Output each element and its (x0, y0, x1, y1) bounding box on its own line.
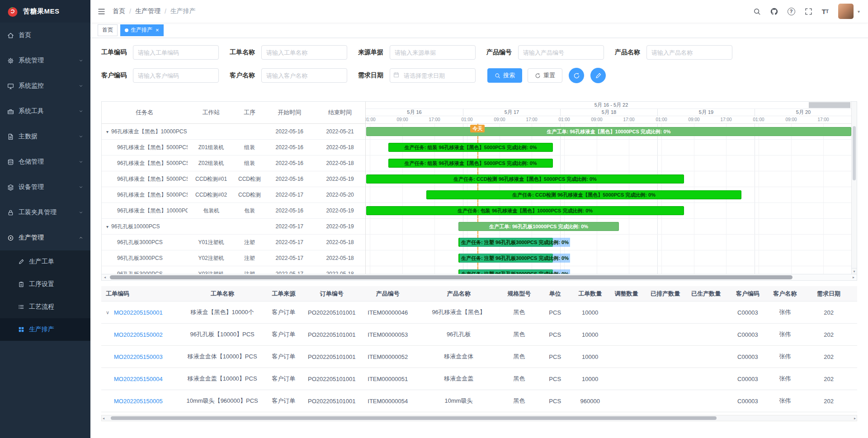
order-cell: ITEM00000051 (358, 376, 418, 382)
order-cell: 张伟 (769, 353, 800, 361)
customer-code-input[interactable] (133, 68, 219, 83)
gantt-task-row[interactable]: ▾96孔孔板10000PCS2022-05-172022-05-19 (102, 219, 365, 235)
scroll-right-arrow[interactable]: ▸ (850, 274, 857, 280)
gantt-bar-task[interactable]: 生产任务: 组装 96孔移液盒【黑色】5000PCS 完成比例: 0% (388, 159, 553, 168)
chevron-down-icon (79, 84, 83, 88)
sidebar-item-3[interactable]: 系统工具 (0, 99, 90, 124)
product-code-input[interactable] (518, 45, 604, 60)
order-cell: 客户订单 (262, 308, 306, 316)
sidebar-item-0[interactable]: 首页 (0, 23, 90, 48)
sidebar-subitem-craft-flow[interactable]: 工艺流程 (0, 296, 90, 318)
tab-close-icon[interactable]: × (156, 27, 159, 33)
scroll-left-arrow[interactable]: ◂ (103, 415, 104, 421)
edit-button[interactable] (590, 68, 606, 83)
work-order-name-input[interactable] (261, 45, 347, 60)
orders-horizontal-scrollbar[interactable]: ◂ ▸ (101, 415, 857, 421)
gantt-task-row[interactable]: 96孔移液盒【黑色】10000PCS包装机包装2022-05-162022-05… (102, 203, 365, 219)
gantt-vertical-scrollbar[interactable]: ▾ (851, 102, 857, 274)
gantt-bar-order[interactable]: 生产工单: 96孔孔板10000PCS 完成比例: 0% (458, 222, 619, 231)
order-code-link[interactable]: MO202205150002 (114, 331, 163, 338)
orders-column-header: 产品编号 (358, 290, 418, 298)
order-row[interactable]: MO202205150004移液盒盒盖【10000】PCS客户订单PO20220… (101, 368, 857, 390)
product-name-input[interactable] (646, 45, 732, 60)
orders-column-header: 已生产数量 (686, 290, 726, 298)
github-icon[interactable] (770, 8, 778, 15)
order-cell: 客户订单 (262, 397, 306, 405)
reset-button[interactable]: 重置 (528, 68, 562, 83)
scroll-right-arrow[interactable]: ▸ (854, 415, 856, 421)
gantt-task-row[interactable]: 96孔孔板3000PCSY01注塑机注塑2022-05-172022-05-18 (102, 235, 365, 250)
customer-name-input[interactable] (261, 68, 347, 83)
order-row[interactable]: MO20220515000296孔孔板【10000】PCS客户订单PO20220… (101, 324, 857, 346)
order-code-link[interactable]: MO202205150004 (114, 376, 163, 382)
v-scrollbar-thumb[interactable] (853, 126, 856, 180)
gantt-task-row[interactable]: 96孔孔板3000PCSY03注塑机注塑2022-05-172022-05-18 (102, 266, 365, 274)
gantt-task-row[interactable]: 96孔移液盒【黑色】5000PCSCCD检测#02CCD检测2022-05-17… (102, 187, 365, 203)
sidebar-item-8[interactable]: 生产管理 (0, 225, 90, 250)
gantt-bar-task[interactable]: 生产任务: 注塑 96孔孔板3000PCS 完成比例: 0% (458, 238, 553, 247)
sidebar-item-4[interactable]: 主数据 (0, 124, 90, 149)
breadcrumb-production-mgmt[interactable]: 生产管理 (135, 7, 160, 15)
order-code-link[interactable]: MO202205150005 (114, 398, 163, 405)
demand-date-input[interactable] (390, 68, 476, 83)
order-row[interactable]: MO202205150003移液盒盒体【10000】PCS客户订单PO20220… (101, 346, 857, 368)
avatar[interactable] (838, 4, 854, 19)
gantt-task-cell: 2022-05-17 (264, 192, 315, 198)
gantt-bar-task[interactable]: 生产任务: 注塑 96孔孔板3000PCS 完成比例: 0% (458, 254, 553, 263)
help-icon[interactable]: ? (788, 8, 795, 15)
orders-column-header: 产品名称 (418, 290, 500, 298)
gantt-task-row[interactable]: 96孔孔板3000PCSY02注塑机注塑2022-05-172022-05-18 (102, 250, 365, 266)
order-code-link[interactable]: MO202205150001 (114, 309, 163, 316)
sidebar-item-7[interactable]: 工装夹具管理 (0, 200, 90, 225)
sidebar-item-5[interactable]: 仓储管理 (0, 149, 90, 174)
scroll-down-arrow[interactable]: ▾ (852, 268, 857, 274)
scroll-left-arrow[interactable]: ◂ (102, 274, 108, 280)
h-scrollbar-thumb[interactable] (110, 275, 793, 279)
tab-home[interactable]: 首页 (98, 24, 118, 36)
breadcrumb-home[interactable]: 首页 (113, 7, 125, 15)
source-doc-input[interactable] (390, 45, 476, 60)
gantt-bar-row: 生产任务: 组装 96孔移液盒【黑色】5000PCS 完成比例: 0% (366, 140, 857, 155)
sidebar-item-6[interactable]: 设备管理 (0, 174, 90, 200)
refresh-gantt-button[interactable] (569, 68, 584, 83)
gantt-bar-label: 生产任务: 注塑 96孔孔板3000PCS 完成比例: 0% (460, 254, 570, 263)
order-cell: 黑色 (500, 308, 538, 316)
order-cell: 10mm吸头【960000】PCS (183, 397, 261, 405)
gantt-task-row[interactable]: 96孔移液盒【黑色】5000PCSZ01组装机组装2022-05-162022-… (102, 140, 365, 155)
gantt-task-row[interactable]: 96孔移液盒【黑色】5000PCSCCD检测#01CCD检测2022-05-16… (102, 171, 365, 187)
expand-arrow-icon[interactable]: ∨ (106, 310, 114, 316)
gantt-bar-task[interactable]: 生产任务: CCD检测 96孔移液盒【黑色】5000PCS 完成比例: 0% (366, 174, 684, 184)
chevron-down-icon (79, 160, 83, 164)
gantt-bar-task[interactable]: 生产任务: 包装 96孔移液盒【黑色】10000PCS 完成比例: 0% (366, 206, 684, 215)
search-icon[interactable] (753, 8, 761, 15)
order-cell: 黑色 (500, 375, 538, 383)
gantt-bar-task[interactable]: 生产任务: CCD检测 96孔移液盒【黑色】5000PCS 完成比例: 0% (426, 190, 741, 199)
search-button[interactable]: 搜索 (487, 68, 522, 83)
sidebar-subitem-production-schedule[interactable]: 生产排产 (0, 318, 90, 341)
order-row[interactable]: ∨MO202205150001移液盒【黑色】10000个客户订单PO202205… (101, 301, 857, 324)
gantt-task-name: 96孔移液盒【黑色】5000PCS (102, 144, 188, 151)
sidebar-subitem-process-settings[interactable]: 工序设置 (0, 273, 90, 296)
gantt-bar-task[interactable]: 生产任务: 注塑 96孔孔板3000PCS 完成比例: 0% (458, 269, 553, 274)
sidebar-item-label: 系统管理 (19, 57, 44, 65)
today-label: 今天 (470, 125, 485, 132)
sidebar-subitem-work-order[interactable]: 生产工单 (0, 250, 90, 273)
menu-fold-icon[interactable] (98, 8, 105, 15)
collapse-arrow-icon[interactable]: ▾ (106, 129, 108, 134)
h-scrollbar-thumb[interactable] (111, 416, 717, 420)
sidebar-item-1[interactable]: 系统管理 (0, 48, 90, 73)
tab-production-schedule[interactable]: 生产排产 × (120, 24, 164, 36)
font-size-icon[interactable]: TT (822, 8, 829, 15)
sidebar-item-2[interactable]: 系统监控 (0, 73, 90, 99)
fullscreen-icon[interactable] (805, 8, 812, 15)
work-order-code-input[interactable] (133, 45, 219, 60)
collapse-arrow-icon[interactable]: ▾ (106, 224, 108, 229)
gantt-bar-order[interactable]: 生产工单: 96孔移液盒【黑色】10000PCS 完成比例: 0% (366, 127, 851, 136)
order-row[interactable]: MO20220515000510mm吸头【960000】PCS客户订单PO202… (101, 390, 857, 412)
gantt-task-row[interactable]: ▾96孔移液盒【黑色】10000PCS2022-05-162022-05-21 (102, 124, 365, 140)
avatar-dropdown-caret[interactable]: ▾ (858, 9, 860, 14)
gantt-horizontal-scrollbar[interactable]: ◂ ▸ (102, 274, 857, 280)
gantt-task-row[interactable]: 96孔移液盒【黑色】5000PCSZ02组装机组装2022-05-162022-… (102, 155, 365, 171)
order-code-link[interactable]: MO202205150003 (114, 353, 163, 360)
gantt-bar-task[interactable]: 生产任务: 组装 96孔移液盒【黑色】5000PCS 完成比例: 0% (388, 143, 553, 152)
